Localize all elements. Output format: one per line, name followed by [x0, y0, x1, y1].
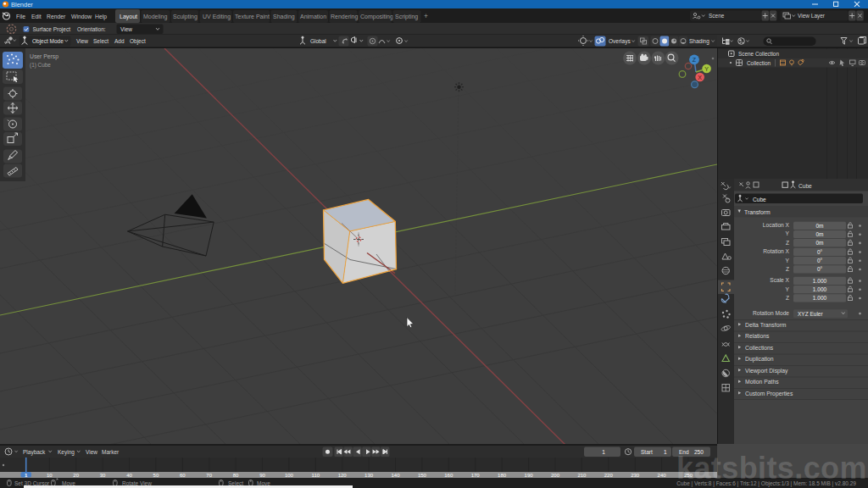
svg-text:1.000: 1.000	[813, 286, 827, 292]
svg-text:0°: 0°	[817, 249, 823, 255]
svg-text:Select: Select	[93, 38, 108, 44]
svg-text:0m: 0m	[815, 231, 823, 237]
svg-text:0°: 0°	[817, 266, 823, 272]
svg-text:1.000: 1.000	[813, 278, 827, 284]
svg-text:Layout: Layout	[120, 14, 137, 20]
svg-text:Help: Help	[95, 14, 107, 20]
svg-text:Cube: Cube	[753, 197, 766, 202]
svg-text:(1) Cube: (1) Cube	[30, 62, 51, 69]
svg-text:Blender: Blender	[11, 1, 33, 8]
svg-text:View Layer: View Layer	[798, 13, 826, 19]
svg-text:Transform: Transform	[744, 209, 771, 215]
svg-text:Edit: Edit	[31, 14, 42, 19]
svg-text:UV Editing: UV Editing	[203, 14, 231, 20]
svg-text:Compositing: Compositing	[360, 14, 393, 20]
svg-text:Scale X: Scale X	[770, 277, 789, 283]
svg-text:File: File	[16, 14, 25, 19]
svg-text:0m: 0m	[815, 223, 823, 229]
svg-text:Duplication: Duplication	[745, 356, 774, 363]
svg-text:Orientation:: Orientation:	[77, 26, 106, 32]
svg-text:Cube: Cube	[798, 183, 812, 189]
svg-text:1.000: 1.000	[813, 295, 827, 301]
svg-text:Delta Transform: Delta Transform	[745, 322, 787, 328]
svg-text:Z: Z	[786, 266, 789, 272]
svg-text:Custom Properties: Custom Properties	[745, 391, 793, 397]
svg-text:Y: Y	[786, 258, 790, 263]
svg-text:Y: Y	[786, 230, 790, 236]
svg-text:Surface Project: Surface Project	[33, 26, 71, 33]
svg-text:Scripting: Scripting	[395, 14, 418, 20]
svg-text:Scene: Scene	[709, 13, 725, 19]
svg-text:Add: Add	[114, 38, 125, 44]
svg-text:Texture Paint: Texture Paint	[235, 14, 270, 19]
svg-text:Playback: Playback	[23, 448, 46, 455]
svg-text:Object: Object	[130, 38, 146, 45]
svg-text:Overlays: Overlays	[609, 38, 631, 45]
svg-text:+: +	[424, 12, 428, 20]
svg-text:Modeling: Modeling	[143, 14, 168, 20]
svg-text:Window: Window	[71, 14, 92, 19]
svg-text:Animation: Animation	[300, 14, 326, 19]
svg-text:Render: Render	[47, 14, 66, 19]
svg-text:Marker: Marker	[102, 448, 120, 454]
svg-text:Keying: Keying	[58, 448, 75, 455]
svg-text:View: View	[86, 448, 97, 454]
svg-text:Y: Y	[704, 66, 709, 72]
svg-text:0°: 0°	[817, 258, 823, 263]
svg-text:Global: Global	[310, 38, 326, 44]
svg-text:0m: 0m	[815, 240, 823, 246]
svg-text:Z: Z	[786, 295, 789, 301]
svg-text:Motion Paths: Motion Paths	[745, 379, 779, 385]
svg-text:Collection: Collection	[747, 60, 771, 66]
svg-text:Shading: Shading	[273, 14, 295, 20]
svg-text:Rendering: Rendering	[331, 14, 358, 20]
svg-text:Z: Z	[693, 57, 697, 63]
svg-text:Collections: Collections	[745, 345, 774, 351]
svg-text:Rotation X: Rotation X	[763, 248, 789, 254]
svg-text:Rotation Mode: Rotation Mode	[753, 310, 789, 316]
svg-text:View: View	[120, 26, 132, 32]
svg-text:Object Mode: Object Mode	[32, 38, 64, 45]
svg-text:Viewport Display: Viewport Display	[745, 368, 788, 374]
svg-text:Scene Collection: Scene Collection	[738, 51, 779, 57]
svg-text:Y: Y	[786, 286, 790, 292]
svg-text:XYZ Euler: XYZ Euler	[798, 311, 823, 317]
svg-text:Location X: Location X	[763, 222, 790, 228]
svg-text:Sculpting: Sculpting	[173, 14, 198, 20]
svg-text:Shading: Shading	[689, 38, 709, 45]
svg-text:1: 1	[664, 448, 667, 454]
svg-text:User Persp: User Persp	[30, 53, 58, 60]
svg-text:View: View	[76, 38, 88, 44]
svg-text:Z: Z	[786, 240, 789, 246]
svg-text:Start: Start	[641, 448, 653, 454]
svg-text:Relations: Relations	[745, 333, 770, 339]
svg-text:X: X	[698, 75, 702, 80]
svg-text:1: 1	[602, 448, 605, 454]
